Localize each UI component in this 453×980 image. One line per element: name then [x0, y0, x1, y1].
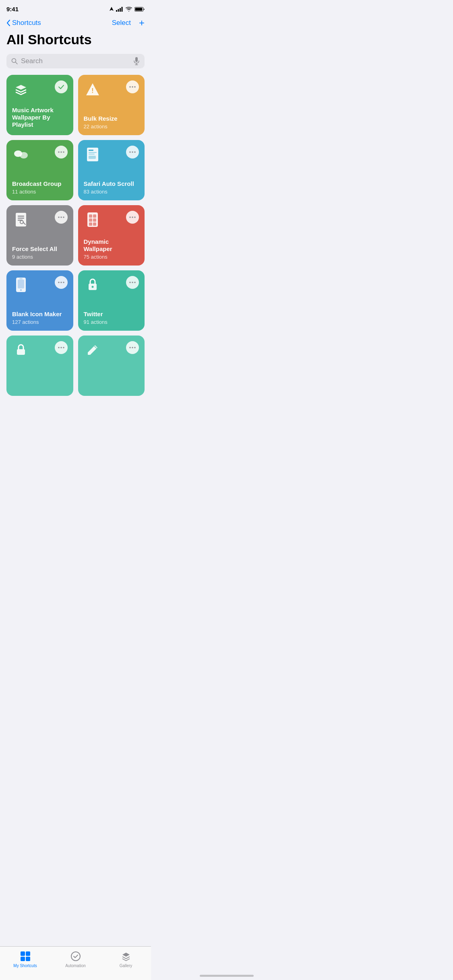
svg-rect-0: [116, 10, 117, 12]
search-bar[interactable]: Search: [6, 54, 145, 68]
ellipsis-icon: [129, 151, 136, 153]
svg-rect-3: [122, 7, 123, 12]
svg-point-50: [58, 282, 60, 283]
location-icon: [110, 7, 114, 12]
nav-right: Select +: [112, 18, 145, 28]
card-top-3: [12, 146, 68, 163]
page-title: All Shortcuts: [0, 30, 151, 54]
shortcut-card-2[interactable]: ! Bulk Resize 22 actions: [78, 75, 145, 135]
microphone-icon: [133, 57, 140, 65]
back-button[interactable]: Shortcuts: [6, 19, 41, 27]
shortcut-card-1[interactable]: Music Artwork Wallpaper By Playlist: [6, 75, 73, 135]
svg-rect-47: [18, 280, 24, 288]
status-time: 9:41: [6, 6, 19, 12]
ellipsis-icon: [129, 282, 136, 283]
chat-icon: [12, 146, 30, 163]
pencil-icon: [84, 341, 101, 359]
card-subtitle-8: 91 actions: [84, 319, 139, 325]
card-bottom-1: Music Artwork Wallpaper By Playlist: [12, 107, 68, 130]
svg-rect-39: [89, 218, 92, 222]
card-subtitle-6: 75 actions: [84, 254, 139, 260]
svg-text:!: !: [91, 87, 93, 94]
search-icon: [11, 58, 18, 64]
menu-button-6[interactable]: [126, 211, 139, 224]
card-title-2: Bulk Resize: [84, 115, 139, 122]
svg-rect-23: [89, 154, 95, 154]
svg-point-57: [134, 282, 136, 283]
svg-point-62: [129, 347, 131, 348]
svg-line-7: [16, 62, 18, 64]
card-title-4: Safari Auto Scroll: [84, 180, 139, 187]
select-button[interactable]: Select: [112, 19, 131, 27]
ellipsis-icon: [129, 216, 136, 218]
card-top-6: [84, 211, 139, 229]
svg-point-61: [63, 347, 64, 348]
svg-rect-37: [89, 214, 92, 218]
card-bottom-7: Blank Icon Maker 127 actions: [12, 311, 68, 325]
card-subtitle-7: 127 actions: [12, 319, 68, 325]
card-subtitle-5: 9 actions: [12, 254, 68, 260]
card-top-10: [84, 341, 139, 359]
svg-point-48: [20, 289, 22, 291]
menu-button-2[interactable]: [126, 80, 139, 93]
lock-icon-9: [12, 341, 30, 359]
svg-point-51: [60, 282, 62, 283]
shortcut-card-7[interactable]: Blank Icon Maker 127 actions: [6, 270, 73, 331]
svg-rect-21: [89, 150, 93, 151]
menu-button-4[interactable]: [126, 146, 139, 159]
card-top-2: !: [84, 80, 139, 98]
shortcut-card-3[interactable]: Broadcast Group 11 actions: [6, 140, 73, 200]
ellipsis-icon: [129, 86, 136, 88]
ellipsis-icon: [129, 347, 136, 348]
shortcut-card-4[interactable]: Safari Auto Scroll 83 actions: [78, 140, 145, 200]
card-bottom-2: Bulk Resize 22 actions: [84, 115, 139, 130]
svg-rect-40: [93, 218, 96, 222]
ellipsis-icon: [58, 216, 64, 218]
shortcut-card-8[interactable]: Twitter 91 actions: [78, 270, 145, 331]
menu-button-7[interactable]: [55, 276, 68, 289]
back-label: Shortcuts: [12, 19, 41, 27]
svg-point-13: [132, 86, 133, 88]
svg-point-45: [134, 216, 136, 218]
svg-point-56: [132, 282, 133, 283]
status-bar: 9:41: [0, 0, 151, 15]
svg-rect-36: [87, 212, 98, 227]
menu-button-5[interactable]: [55, 211, 68, 224]
svg-point-59: [58, 347, 60, 348]
shortcut-card-10[interactable]: [78, 336, 145, 396]
card-top-4: [84, 146, 139, 163]
svg-point-12: [129, 86, 131, 88]
card-bottom-8: Twitter 91 actions: [84, 311, 139, 325]
warning-icon: !: [84, 80, 101, 98]
svg-point-34: [60, 216, 62, 218]
add-button[interactable]: +: [139, 18, 145, 28]
menu-button-10[interactable]: [126, 341, 139, 354]
card-bottom-6: Dynamic Wallpaper 75 actions: [84, 238, 139, 260]
card-title-6: Dynamic Wallpaper: [84, 238, 139, 253]
svg-point-18: [60, 151, 62, 153]
ellipsis-icon: [58, 151, 64, 153]
svg-rect-30: [18, 218, 24, 219]
svg-point-17: [58, 151, 60, 153]
menu-button-9[interactable]: [55, 341, 68, 354]
check-button-1[interactable]: [55, 80, 68, 93]
menu-button-3[interactable]: [55, 146, 68, 159]
card-title-1: Music Artwork Wallpaper By Playlist: [12, 107, 68, 128]
phone-icon: [12, 276, 30, 294]
svg-point-25: [129, 151, 131, 153]
menu-button-8[interactable]: [126, 276, 139, 289]
battery-icon: [134, 7, 145, 12]
svg-point-54: [91, 286, 93, 288]
wifi-icon: [126, 7, 132, 12]
card-top-1: [12, 80, 68, 98]
svg-point-19: [63, 151, 64, 153]
svg-point-27: [134, 151, 136, 153]
shortcut-card-9[interactable]: [6, 336, 73, 396]
svg-point-26: [132, 151, 133, 153]
search-placeholder: Search: [21, 57, 130, 65]
checkmark-icon: [58, 84, 64, 90]
shortcut-card-6[interactable]: Dynamic Wallpaper 75 actions: [78, 205, 145, 266]
nav-bar: Shortcuts Select +: [0, 15, 151, 30]
svg-point-43: [129, 216, 131, 218]
shortcut-card-5[interactable]: Force Select All 9 actions: [6, 205, 73, 266]
